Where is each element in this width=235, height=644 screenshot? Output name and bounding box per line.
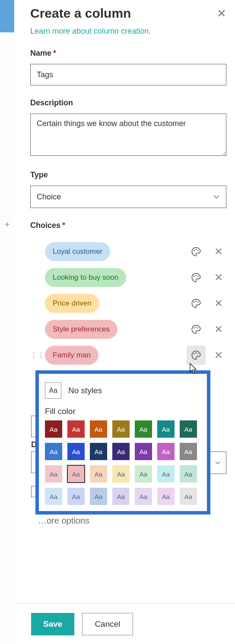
choices-label: Choices* — [30, 221, 226, 230]
color-swatch[interactable]: Aa — [112, 465, 130, 483]
svg-point-13 — [196, 352, 197, 354]
color-swatch[interactable]: Aa — [180, 488, 197, 505]
color-swatch[interactable]: Aa — [67, 443, 85, 460]
accent-strip — [0, 0, 14, 32]
drag-handle-icon[interactable]: ⋮⋮ — [30, 351, 40, 360]
color-swatch[interactable]: Aa — [135, 443, 152, 460]
svg-point-11 — [197, 327, 199, 328]
panel-footer: Save Cancel — [16, 603, 235, 644]
color-swatch[interactable]: Aa — [67, 488, 85, 505]
choice-row: ⋮⋮Loyal customer✕ — [26, 239, 226, 265]
required-asterisk: * — [62, 221, 65, 230]
remove-choice-icon[interactable]: ✕ — [211, 297, 226, 309]
learn-more-link[interactable]: Learn more about column creation. — [30, 27, 151, 36]
choice-row: ⋮⋮Family man✕ — [26, 342, 226, 368]
no-style-swatch: Aa — [45, 382, 61, 399]
remove-choice-icon[interactable]: ✕ — [211, 323, 226, 335]
svg-point-10 — [196, 326, 197, 328]
color-swatch[interactable]: Aa — [135, 420, 152, 438]
choices-label-text: Choices — [30, 221, 60, 230]
choice-row: ⋮⋮Price driven✕ — [26, 290, 226, 316]
svg-point-6 — [194, 301, 195, 303]
svg-point-8 — [197, 301, 199, 303]
color-picker-popover: Aa No styles Fill color AaAaAaAaAaAaAaAa… — [35, 370, 210, 515]
choice-row: ⋮⋮Looking to buy soon✕ — [26, 265, 226, 290]
choice-color-button[interactable] — [187, 294, 206, 313]
color-swatch[interactable]: Aa — [45, 488, 62, 505]
color-swatch[interactable]: Aa — [45, 443, 62, 460]
swatch-grid: AaAaAaAaAaAaAaAaAaAaAaAaAaAaAaAaAaAaAaAa… — [44, 420, 202, 505]
cancel-button[interactable]: Cancel — [82, 613, 133, 635]
color-swatch[interactable]: Aa — [67, 420, 85, 438]
color-swatch[interactable]: Aa — [90, 488, 107, 505]
color-swatch[interactable]: Aa — [180, 465, 197, 483]
choice-color-button[interactable] — [187, 242, 206, 261]
color-swatch[interactable]: Aa — [90, 465, 107, 483]
color-swatch[interactable]: Aa — [157, 420, 175, 438]
color-swatch[interactable]: Aa — [180, 443, 197, 460]
choice-row: ⋮⋮Style preferences✕ — [26, 316, 226, 342]
svg-point-7 — [196, 300, 197, 302]
type-label: Type — [30, 170, 226, 180]
choice-pill[interactable]: Family man — [45, 346, 98, 365]
required-asterisk: * — [53, 49, 56, 57]
fill-color-label: Fill color — [44, 404, 202, 420]
choice-pill[interactable]: Looking to buy soon — [45, 268, 126, 287]
color-swatch[interactable]: Aa — [112, 488, 130, 505]
color-swatch[interactable]: Aa — [45, 465, 62, 483]
color-swatch[interactable]: Aa — [112, 420, 130, 438]
close-icon[interactable]: ✕ — [217, 8, 226, 19]
name-label-text: Name — [30, 49, 51, 57]
color-swatch[interactable]: Aa — [180, 420, 197, 438]
create-column-panel: Create a column ✕ Learn more about colum… — [30, 6, 226, 368]
type-select-value: Choice — [37, 193, 61, 202]
color-swatch[interactable]: Aa — [90, 420, 107, 438]
color-swatch[interactable]: Aa — [157, 465, 175, 483]
background-left-strip — [0, 0, 14, 644]
color-swatch[interactable]: Aa — [135, 465, 152, 483]
remove-choice-icon[interactable]: ✕ — [211, 246, 226, 258]
no-styles-option[interactable]: Aa No styles — [44, 381, 202, 404]
color-swatch[interactable]: Aa — [67, 465, 85, 483]
color-swatch[interactable]: Aa — [112, 443, 130, 460]
svg-point-2 — [197, 249, 199, 251]
choice-pill[interactable]: Style preferences — [45, 320, 118, 339]
svg-point-12 — [194, 353, 195, 354]
remove-choice-icon[interactable]: ✕ — [211, 271, 226, 284]
color-swatch[interactable]: Aa — [157, 488, 175, 505]
choice-color-button[interactable] — [187, 320, 206, 339]
type-select[interactable]: Choice — [30, 186, 226, 208]
choice-pill[interactable]: Loyal customer — [45, 242, 110, 261]
remove-choice-icon[interactable]: ✕ — [211, 349, 226, 361]
svg-point-4 — [196, 275, 197, 276]
more-options-fragment: …ore options — [38, 516, 89, 526]
no-styles-label: No styles — [68, 386, 102, 395]
color-swatch[interactable]: Aa — [135, 488, 152, 505]
save-button[interactable]: Save — [31, 613, 74, 635]
name-label: Name* — [30, 49, 226, 58]
color-swatch[interactable]: Aa — [157, 443, 175, 460]
add-row-icon[interactable]: + — [0, 216, 14, 233]
color-swatch[interactable]: Aa — [45, 420, 62, 438]
svg-point-1 — [196, 249, 197, 250]
color-swatch[interactable]: Aa — [90, 443, 107, 460]
svg-point-5 — [197, 275, 199, 277]
choice-pill[interactable]: Price driven — [45, 294, 99, 313]
choice-color-button[interactable] — [187, 268, 206, 287]
description-label: Description — [30, 98, 226, 107]
svg-point-0 — [194, 249, 195, 251]
description-input[interactable] — [30, 114, 226, 156]
choices-list: ⋮⋮Loyal customer✕⋮⋮Looking to buy soon✕⋮… — [30, 239, 226, 368]
peeking-select-right[interactable] — [209, 451, 226, 474]
svg-point-9 — [194, 327, 195, 328]
name-input[interactable] — [30, 64, 226, 85]
svg-point-14 — [197, 353, 199, 354]
choice-color-button[interactable] — [187, 346, 206, 365]
svg-point-3 — [194, 275, 195, 277]
panel-title: Create a column — [30, 6, 131, 21]
chevron-down-icon — [213, 193, 220, 200]
